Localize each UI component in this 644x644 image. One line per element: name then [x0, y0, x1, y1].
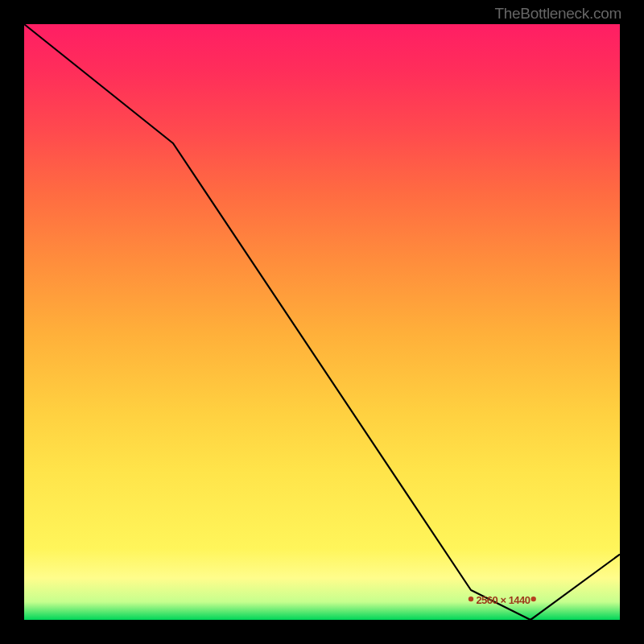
curve-marker-end — [531, 597, 536, 601]
optimal-resolution-label: 2560 × 1440 — [476, 594, 530, 606]
chart-svg — [24, 24, 620, 620]
bottleneck-curve — [24, 24, 620, 620]
curve-marker-start — [469, 597, 473, 601]
plot-area: 2560 × 1440 — [24, 24, 620, 620]
attribution-text: TheBottleneck.com — [494, 5, 621, 23]
